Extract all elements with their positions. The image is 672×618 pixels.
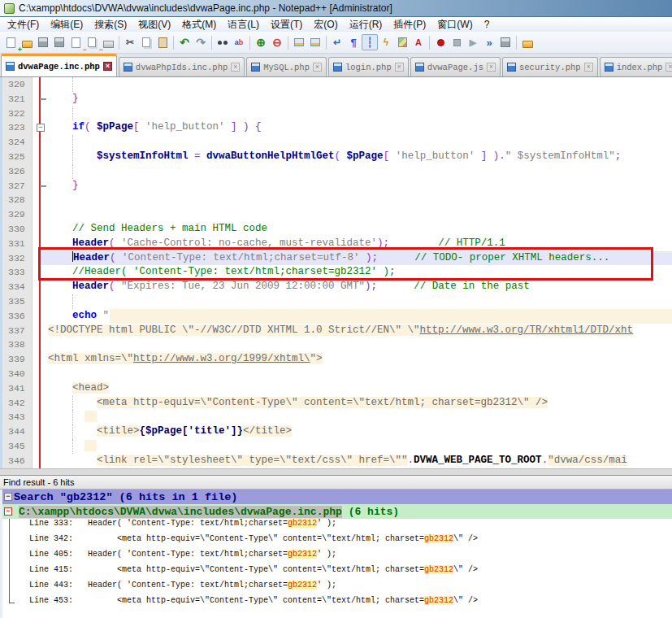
find-hit-row[interactable]: Line 415: <meta http-equiv=\"Content-Typ… [2,565,672,581]
macro-run-multiple-icon[interactable]: » [481,34,497,50]
panel-splitter[interactable] [0,468,672,475]
find-hit-row[interactable]: Line 333: Header( 'Content-Type: text/ht… [2,519,672,534]
bookmark-margin[interactable] [33,280,39,294]
macro-play-icon[interactable]: ▶ [465,34,481,50]
replace-icon[interactable]: ab [231,34,247,50]
save-icon[interactable] [35,34,51,50]
macro-record-icon[interactable] [432,34,449,50]
collapse-icon[interactable]: − [4,507,12,516]
open-file-icon[interactable] [19,34,35,50]
undo-icon[interactable]: ↶ [176,34,193,50]
tab-dvwaPhpIds.inc.php[interactable]: dvwaPhpIds.inc.php× [119,57,245,76]
bookmark-margin[interactable] [33,454,39,468]
find-hit-row[interactable]: Line 342: <meta http-equiv=\"Content-Typ… [2,534,672,550]
code-editor[interactable]: 320321 }322323 if( $pPage[ 'help_button'… [0,77,672,468]
tab-close-icon[interactable]: × [231,63,240,72]
bookmark-margin[interactable] [33,396,39,411]
menu-item-macro[interactable]: 宏(O) [308,17,343,33]
bookmark-margin[interactable] [33,207,39,222]
tab-login.php[interactable]: login.php× [328,57,409,76]
bookmark-margin[interactable] [33,107,39,121]
find-hit-row[interactable]: Line 453: <meta http-equiv=\"Content-Typ… [2,596,672,611]
find-search-summary-row[interactable]: − Search "gb2312" (6 hits in 1 file) [2,490,672,504]
menu-item-file[interactable]: 文件(F) [2,17,45,33]
folder-as-workspace-icon[interactable] [519,34,535,50]
bookmark-margin[interactable] [33,309,39,324]
toolbar-separator [516,36,517,50]
tab-close-icon[interactable]: × [313,63,322,72]
menu-item-run[interactable]: 运行(R) [344,17,388,33]
bookmark-margin[interactable] [33,367,39,381]
find-icon[interactable] [215,34,231,50]
bookmark-margin[interactable] [33,410,39,424]
zoom-in-icon[interactable]: ⊕ [253,34,269,50]
hit-line-number: Line 333: [29,519,73,528]
bookmark-margin[interactable] [33,337,39,352]
menu-item-format[interactable]: 格式(M) [176,17,222,33]
fold-margin [41,424,48,439]
menu-item-search[interactable]: 搜索(S) [89,17,132,33]
menu-item-help[interactable]: ? [479,18,496,31]
bookmark-margin[interactable] [33,135,39,150]
menu-item-window[interactable]: 窗口(W) [431,17,478,33]
document-switcher-icon[interactable]: A [410,34,427,50]
bookmark-margin[interactable] [33,222,39,237]
bookmark-margin[interactable] [33,92,39,107]
function-completion-icon[interactable]: ϟ [378,34,394,50]
tab-MySQL.php[interactable]: MySQL.php× [246,57,327,76]
menu-item-edit[interactable]: 编辑(E) [45,17,89,33]
save-all-icon[interactable] [51,34,67,50]
close-all-icon[interactable]: − [84,34,100,50]
document-map-icon[interactable] [394,34,410,50]
print-icon[interactable] [100,34,116,50]
bookmark-margin[interactable] [33,424,39,439]
tab-close-icon[interactable]: × [665,63,672,72]
code-text: } [48,179,672,194]
find-result-panel-header[interactable]: Find result - 6 hits [0,475,672,490]
macro-stop-icon[interactable] [449,34,465,50]
sync-horizontal-scroll-icon[interactable] [307,34,323,50]
tab-close-icon[interactable]: × [103,62,112,71]
tab-close-icon[interactable]: × [584,63,593,72]
macro-save-icon[interactable] [497,34,514,50]
fold-collapse-icon[interactable]: − [37,124,45,132]
copy-icon[interactable] [138,34,154,50]
bookmark-margin[interactable] [33,352,39,367]
collapse-icon[interactable]: − [4,493,12,501]
bookmark-margin[interactable] [33,439,39,454]
show-all-characters-icon[interactable]: ¶ [345,34,362,50]
bookmark-margin[interactable] [33,150,39,164]
find-file-row[interactable]: − C:\xampp\htdocs\DVWA\dvwa\includes\dvw… [2,504,672,519]
line-number: 327 [2,179,33,194]
tab-dvwaPage.js[interactable]: dvwaPage.js× [410,57,501,76]
tab-dvwaPage.inc.php[interactable]: dvwaPage.inc.php× [1,54,117,76]
bookmark-margin[interactable] [33,77,39,92]
hit-line-number: Line 443: [29,581,73,590]
bookmark-margin[interactable] [33,164,39,179]
bookmark-margin[interactable] [33,294,39,309]
menu-item-settings[interactable]: 设置(T) [265,17,308,33]
new-file-icon[interactable]: + [2,34,19,50]
menu-item-view[interactable]: 视图(V) [132,17,176,33]
find-hit-row[interactable]: Line 405: Header( 'Content-Type: text/ht… [2,550,672,565]
bookmark-margin[interactable] [33,324,39,338]
menu-item-language[interactable]: 语言(L) [222,17,265,33]
paste-icon[interactable] [154,34,171,50]
menu-item-plugins[interactable]: 插件(P) [388,17,431,33]
tab-security.php[interactable]: security.php× [502,57,598,76]
find-hit-row[interactable]: Line 443: Header( 'Content-Type: text/ht… [2,581,672,596]
close-file-icon[interactable]: − [67,34,84,50]
cut-icon[interactable]: ✂ [122,34,138,50]
tab-index.php[interactable]: index.php× [600,57,672,76]
bookmark-margin[interactable] [33,193,39,207]
code-text: // Send Headers + main HTML code [48,222,672,237]
bookmark-margin[interactable] [33,381,39,396]
redo-icon[interactable]: ↷ [193,34,209,50]
tab-close-icon[interactable]: × [487,63,496,72]
word-wrap-icon[interactable]: ↵ [329,34,345,50]
show-indent-guide-icon[interactable]: ┆ [362,34,378,50]
tab-close-icon[interactable]: × [395,63,404,72]
sync-vertical-scroll-icon[interactable] [291,34,307,50]
zoom-out-icon[interactable]: ⊖ [269,34,285,50]
bookmark-margin[interactable] [33,179,39,194]
